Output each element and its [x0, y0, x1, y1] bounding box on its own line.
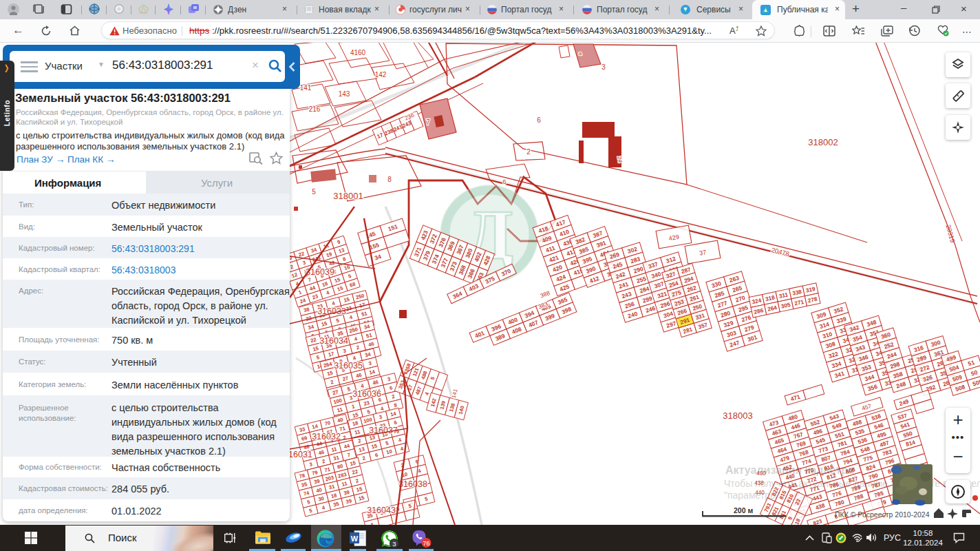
- svg-text:6: 6: [502, 178, 506, 185]
- svg-text:316035: 316035: [334, 361, 363, 371]
- svg-text:143: 143: [339, 90, 350, 98]
- svg-text:316043: 316043: [367, 506, 396, 515]
- svg-text:5: 5: [312, 188, 316, 196]
- svg-text:37: 37: [699, 249, 707, 257]
- svg-text:W: W: [351, 534, 359, 543]
- svg-text:200 м: 200 м: [734, 506, 753, 514]
- svg-text:318003: 318003: [723, 410, 752, 421]
- svg-text:316036: 316036: [352, 389, 381, 399]
- svg-text:4160: 4160: [350, 49, 366, 56]
- svg-text:142: 142: [375, 71, 387, 79]
- svg-text:316032: 316032: [312, 432, 341, 441]
- svg-text:318002: 318002: [808, 137, 838, 147]
- svg-text:ПКК © Росреестр 2010-2024: ПКК © Росреестр 2010-2024: [835, 510, 930, 519]
- svg-text:3: 3: [392, 540, 396, 548]
- svg-text:216: 216: [309, 105, 321, 113]
- svg-text:76: 76: [423, 540, 429, 547]
- svg-text:Актуализация кадастра: Актуализация кадастра: [725, 464, 854, 476]
- svg-text:28: 28: [597, 137, 604, 144]
- svg-text:a: a: [579, 50, 582, 56]
- svg-text:"параметры": "параметры": [724, 490, 780, 501]
- svg-text:318001: 318001: [333, 191, 363, 201]
- svg-text:6: 6: [537, 116, 541, 124]
- svg-text:316038: 316038: [398, 479, 427, 489]
- svg-text:2: 2: [526, 148, 531, 156]
- svg-text:7: 7: [426, 118, 430, 126]
- svg-text:8: 8: [387, 176, 392, 183]
- svg-text:Чтобы получить актуальные данн: Чтобы получить актуальные данные, перейд…: [724, 478, 980, 489]
- svg-text:3: 3: [601, 63, 606, 71]
- svg-text:316034: 316034: [319, 336, 348, 346]
- svg-text:141: 141: [300, 84, 312, 92]
